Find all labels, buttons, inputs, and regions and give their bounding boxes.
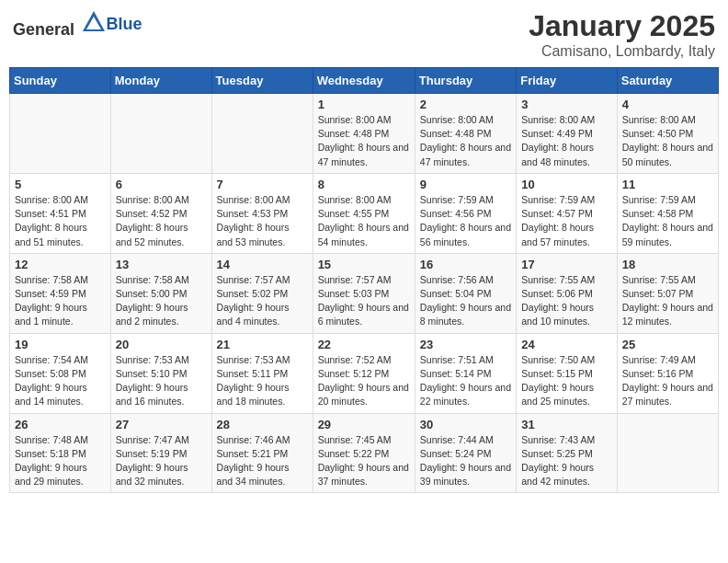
day-number: 20: [116, 338, 207, 351]
day-info: Sunrise: 7:45 AM Sunset: 5:22 PM Dayligh…: [318, 433, 410, 489]
day-info: Sunrise: 7:55 AM Sunset: 5:07 PM Dayligh…: [622, 273, 713, 329]
calendar-cell: 31Sunrise: 7:43 AM Sunset: 5:25 PM Dayli…: [517, 413, 618, 493]
calendar-cell: 14Sunrise: 7:57 AM Sunset: 5:02 PM Dayli…: [211, 253, 313, 333]
day-number: 25: [622, 338, 713, 351]
month-title: January 2025: [529, 9, 715, 43]
calendar-table: SundayMondayTuesdayWednesdayThursdayFrid…: [9, 67, 719, 493]
day-info: Sunrise: 8:00 AM Sunset: 4:55 PM Dayligh…: [318, 193, 410, 249]
calendar-body: 1Sunrise: 8:00 AM Sunset: 4:48 PM Daylig…: [10, 94, 719, 493]
day-info: Sunrise: 7:43 AM Sunset: 5:25 PM Dayligh…: [521, 433, 612, 489]
day-number: 31: [521, 418, 612, 431]
day-info: Sunrise: 7:59 AM Sunset: 4:56 PM Dayligh…: [420, 193, 511, 249]
day-number: 22: [318, 338, 410, 351]
calendar-cell: 20Sunrise: 7:53 AM Sunset: 5:10 PM Dayli…: [110, 333, 211, 413]
day-info: Sunrise: 7:50 AM Sunset: 5:15 PM Dayligh…: [521, 353, 612, 409]
day-info: Sunrise: 7:58 AM Sunset: 5:00 PM Dayligh…: [116, 273, 207, 329]
day-info: Sunrise: 7:46 AM Sunset: 5:21 PM Dayligh…: [217, 433, 308, 489]
calendar-cell: 1Sunrise: 8:00 AM Sunset: 4:48 PM Daylig…: [313, 94, 415, 174]
calendar-week-row: 19Sunrise: 7:54 AM Sunset: 5:08 PM Dayli…: [10, 333, 719, 413]
weekday-header-cell: Friday: [517, 68, 618, 94]
day-number: 15: [318, 258, 410, 271]
calendar-cell: 4Sunrise: 8:00 AM Sunset: 4:50 PM Daylig…: [617, 94, 718, 174]
day-info: Sunrise: 7:47 AM Sunset: 5:19 PM Dayligh…: [116, 433, 207, 489]
weekday-header-cell: Sunday: [10, 68, 111, 94]
day-number: 19: [15, 338, 106, 351]
calendar-cell: 2Sunrise: 8:00 AM Sunset: 4:48 PM Daylig…: [415, 94, 516, 174]
calendar-cell: 3Sunrise: 8:00 AM Sunset: 4:49 PM Daylig…: [517, 94, 618, 174]
day-info: Sunrise: 8:00 AM Sunset: 4:52 PM Dayligh…: [116, 193, 207, 249]
day-number: 14: [217, 258, 308, 271]
header: General Blue January 2025 Camisano, Lomb…: [9, 9, 719, 60]
calendar-cell: 27Sunrise: 7:47 AM Sunset: 5:19 PM Dayli…: [110, 413, 211, 493]
day-info: Sunrise: 7:53 AM Sunset: 5:11 PM Dayligh…: [217, 353, 308, 409]
day-number: 7: [217, 178, 308, 191]
day-info: Sunrise: 7:55 AM Sunset: 5:06 PM Dayligh…: [521, 273, 612, 329]
calendar-cell: 16Sunrise: 7:56 AM Sunset: 5:04 PM Dayli…: [415, 253, 516, 333]
calendar-cell: 25Sunrise: 7:49 AM Sunset: 5:16 PM Dayli…: [617, 333, 718, 413]
day-info: Sunrise: 8:00 AM Sunset: 4:49 PM Dayligh…: [521, 113, 612, 169]
day-number: 5: [15, 178, 106, 191]
calendar-cell: 15Sunrise: 7:57 AM Sunset: 5:03 PM Dayli…: [313, 253, 415, 333]
day-number: 24: [521, 338, 612, 351]
day-info: Sunrise: 7:57 AM Sunset: 5:02 PM Dayligh…: [217, 273, 308, 329]
day-info: Sunrise: 7:58 AM Sunset: 4:59 PM Dayligh…: [15, 273, 106, 329]
calendar-cell: 24Sunrise: 7:50 AM Sunset: 5:15 PM Dayli…: [517, 333, 618, 413]
calendar-cell: [211, 94, 313, 174]
calendar-cell: 19Sunrise: 7:54 AM Sunset: 5:08 PM Dayli…: [10, 333, 111, 413]
day-number: 17: [521, 258, 612, 271]
day-info: Sunrise: 7:59 AM Sunset: 4:57 PM Dayligh…: [521, 193, 612, 249]
day-info: Sunrise: 7:49 AM Sunset: 5:16 PM Dayligh…: [622, 353, 713, 409]
calendar-cell: 30Sunrise: 7:44 AM Sunset: 5:24 PM Dayli…: [415, 413, 516, 493]
calendar-cell: 29Sunrise: 7:45 AM Sunset: 5:22 PM Dayli…: [313, 413, 415, 493]
calendar-cell: 6Sunrise: 8:00 AM Sunset: 4:52 PM Daylig…: [110, 173, 211, 253]
calendar-cell: [10, 94, 111, 174]
weekday-header-cell: Monday: [110, 68, 211, 94]
day-number: 1: [318, 98, 410, 111]
day-number: 9: [420, 178, 511, 191]
weekday-header-cell: Tuesday: [211, 68, 313, 94]
day-number: 12: [15, 258, 106, 271]
day-number: 18: [622, 258, 713, 271]
day-number: 27: [116, 418, 207, 431]
calendar-cell: 13Sunrise: 7:58 AM Sunset: 5:00 PM Dayli…: [110, 253, 211, 333]
day-number: 16: [420, 258, 511, 271]
day-info: Sunrise: 8:00 AM Sunset: 4:48 PM Dayligh…: [420, 113, 511, 169]
calendar-cell: 21Sunrise: 7:53 AM Sunset: 5:11 PM Dayli…: [211, 333, 313, 413]
day-info: Sunrise: 7:54 AM Sunset: 5:08 PM Dayligh…: [15, 353, 106, 409]
calendar-cell: 10Sunrise: 7:59 AM Sunset: 4:57 PM Dayli…: [517, 173, 618, 253]
calendar-cell: 18Sunrise: 7:55 AM Sunset: 5:07 PM Dayli…: [617, 253, 718, 333]
weekday-header-cell: Saturday: [617, 68, 718, 94]
calendar-cell: 7Sunrise: 8:00 AM Sunset: 4:53 PM Daylig…: [211, 173, 313, 253]
calendar-cell: 26Sunrise: 7:48 AM Sunset: 5:18 PM Dayli…: [10, 413, 111, 493]
day-info: Sunrise: 7:59 AM Sunset: 4:58 PM Dayligh…: [622, 193, 713, 249]
calendar-cell: 28Sunrise: 7:46 AM Sunset: 5:21 PM Dayli…: [211, 413, 313, 493]
calendar-cell: [110, 94, 211, 174]
day-info: Sunrise: 8:00 AM Sunset: 4:50 PM Dayligh…: [622, 113, 713, 169]
logo-icon: [81, 9, 107, 35]
calendar-week-row: 12Sunrise: 7:58 AM Sunset: 4:59 PM Dayli…: [10, 253, 719, 333]
day-number: 29: [318, 418, 410, 431]
calendar-week-row: 26Sunrise: 7:48 AM Sunset: 5:18 PM Dayli…: [10, 413, 719, 493]
title-area: January 2025 Camisano, Lombardy, Italy: [529, 9, 715, 60]
day-number: 23: [420, 338, 511, 351]
day-number: 4: [622, 98, 713, 111]
day-number: 8: [318, 178, 410, 191]
day-info: Sunrise: 7:53 AM Sunset: 5:10 PM Dayligh…: [116, 353, 207, 409]
day-number: 30: [420, 418, 511, 431]
day-number: 28: [217, 418, 308, 431]
calendar-cell: 8Sunrise: 8:00 AM Sunset: 4:55 PM Daylig…: [313, 173, 415, 253]
day-info: Sunrise: 7:56 AM Sunset: 5:04 PM Dayligh…: [420, 273, 511, 329]
calendar-week-row: 1Sunrise: 8:00 AM Sunset: 4:48 PM Daylig…: [10, 94, 719, 174]
calendar-week-row: 5Sunrise: 8:00 AM Sunset: 4:51 PM Daylig…: [10, 173, 719, 253]
day-info: Sunrise: 7:44 AM Sunset: 5:24 PM Dayligh…: [420, 433, 511, 489]
day-info: Sunrise: 8:00 AM Sunset: 4:53 PM Dayligh…: [217, 193, 308, 249]
day-number: 21: [217, 338, 308, 351]
day-info: Sunrise: 7:48 AM Sunset: 5:18 PM Dayligh…: [15, 433, 106, 489]
day-number: 26: [15, 418, 106, 431]
calendar-cell: 12Sunrise: 7:58 AM Sunset: 4:59 PM Dayli…: [10, 253, 111, 333]
calendar-cell: 11Sunrise: 7:59 AM Sunset: 4:58 PM Dayli…: [617, 173, 718, 253]
day-info: Sunrise: 7:52 AM Sunset: 5:12 PM Dayligh…: [318, 353, 410, 409]
weekday-header-cell: Wednesday: [313, 68, 415, 94]
day-number: 3: [521, 98, 612, 111]
logo-blue: Blue: [107, 15, 142, 34]
